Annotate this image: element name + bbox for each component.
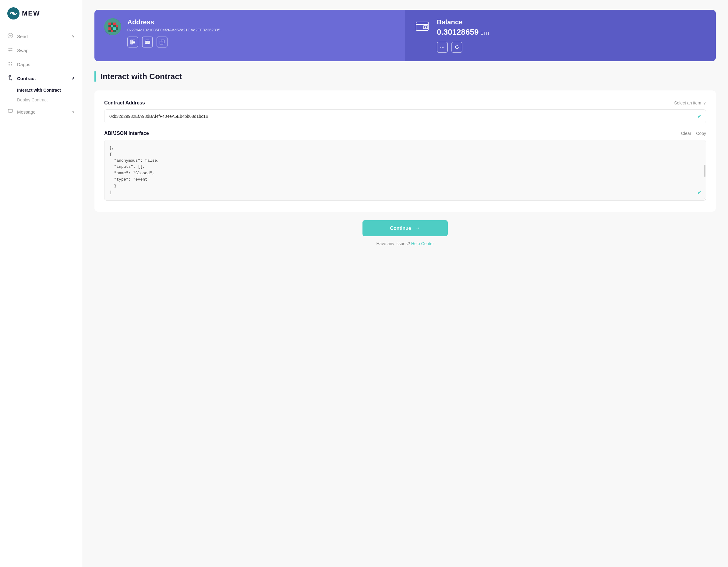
continue-section: Continue → Have any issues? Help Center	[94, 220, 716, 246]
contract-address-label: Contract Address	[104, 100, 145, 106]
continue-button-label: Continue	[390, 226, 411, 231]
svg-rect-40	[416, 24, 428, 25]
sidebar-subitem-deploy[interactable]: Deploy Contract	[0, 95, 82, 105]
svg-rect-26	[131, 41, 132, 41]
svg-rect-10	[111, 23, 113, 25]
svg-rect-17	[111, 27, 113, 30]
svg-rect-7	[8, 109, 12, 112]
abi-actions: Clear Copy	[681, 131, 706, 136]
balance-actions	[437, 42, 706, 53]
sidebar-item-swap-label: Swap	[17, 48, 29, 53]
send-icon	[7, 33, 13, 40]
svg-rect-16	[108, 27, 111, 30]
svg-rect-31	[133, 44, 134, 44]
svg-rect-29	[133, 42, 134, 43]
avatar	[104, 18, 121, 35]
help-center-link[interactable]: Help Center	[411, 241, 434, 246]
svg-point-42	[425, 27, 426, 28]
contract-icon	[7, 75, 13, 82]
qr-code-button[interactable]	[127, 37, 138, 48]
svg-rect-38	[160, 41, 163, 44]
copy-button[interactable]	[157, 37, 168, 48]
sidebar-item-message-label: Message	[17, 109, 36, 115]
svg-rect-22	[113, 30, 116, 32]
balance-value: 0.30128659	[437, 27, 479, 37]
page-title: Interact with Contract	[101, 72, 182, 81]
svg-point-1	[12, 12, 15, 15]
help-prefix: Have any issues?	[376, 241, 410, 246]
select-item-label: Select an item	[674, 101, 701, 105]
sidebar-item-dapps[interactable]: Dapps	[0, 57, 82, 71]
sidebar-item-dapps-label: Dapps	[17, 62, 30, 67]
contract-address-check-icon: ✔	[697, 113, 702, 120]
svg-rect-15	[116, 25, 118, 27]
address-card-content: Address 0x2794d1321035F0ef2fAAd52e21CAd2…	[127, 18, 395, 48]
sidebar: MEW Send ∨ Swap Dapps Contract ∧ Interac…	[0, 0, 82, 567]
contract-chevron: ∧	[72, 76, 75, 80]
scrollbar	[704, 165, 705, 177]
svg-rect-12	[108, 25, 111, 27]
message-icon	[7, 108, 13, 115]
abi-textarea-wrap: ✔	[104, 140, 706, 202]
chevron-down-icon: ∨	[703, 101, 706, 105]
avatar-wrap	[104, 18, 121, 35]
info-cards: Address 0x2794d1321035F0ef2fAAd52e21CAd2…	[94, 10, 716, 61]
dapps-icon	[7, 61, 13, 68]
address-value: 0x2794d1321035F0ef2fAAd52e21CAd2EF823628…	[127, 27, 395, 33]
print-button[interactable]	[142, 37, 153, 48]
svg-rect-28	[131, 43, 132, 44]
copy-abi-button[interactable]: Copy	[696, 131, 706, 136]
sidebar-item-message[interactable]: Message ∨	[0, 105, 82, 119]
svg-rect-9	[108, 23, 111, 25]
abi-textarea[interactable]	[104, 140, 706, 201]
contract-address-input[interactable]	[104, 109, 706, 123]
refresh-button[interactable]	[451, 42, 462, 53]
avatar-image	[104, 18, 121, 35]
svg-point-6	[11, 64, 12, 66]
svg-rect-32	[134, 44, 135, 44]
svg-rect-30	[134, 42, 135, 43]
sidebar-item-swap[interactable]: Swap	[0, 43, 82, 57]
sidebar-item-contract-label: Contract	[17, 76, 36, 81]
wallet-svg	[415, 18, 431, 34]
address-card-title: Address	[127, 18, 395, 26]
mew-logo-icon	[7, 7, 19, 20]
svg-point-3	[9, 62, 10, 63]
main-content: Address 0x2794d1321035F0ef2fAAd52e21CAd2…	[82, 0, 728, 567]
svg-point-43	[440, 47, 441, 48]
contract-form: Contract Address Select an item ∨ ✔ ABI/…	[94, 90, 716, 212]
balance-row: 0.30128659 ETH	[437, 27, 706, 37]
svg-rect-35	[146, 43, 149, 44]
svg-point-4	[11, 62, 12, 63]
sidebar-item-send-label: Send	[17, 34, 28, 39]
balance-card-content: Balance 0.30128659 ETH	[437, 18, 706, 53]
help-text: Have any issues? Help Center	[376, 241, 434, 246]
svg-rect-19	[116, 27, 118, 30]
logo-text: MEW	[22, 9, 40, 17]
clear-button[interactable]: Clear	[681, 131, 691, 136]
svg-point-44	[442, 47, 443, 48]
more-options-button[interactable]	[437, 42, 448, 53]
address-actions	[127, 37, 395, 48]
continue-button[interactable]: Continue →	[362, 220, 448, 236]
address-card: Address 0x2794d1321035F0ef2fAAd52e21CAd2…	[94, 10, 405, 61]
balance-card: Balance 0.30128659 ETH	[405, 10, 716, 61]
arrow-right-icon: →	[415, 225, 420, 232]
balance-unit: ETH	[480, 31, 489, 36]
svg-rect-11	[113, 23, 116, 25]
sidebar-item-contract[interactable]: Contract ∧	[0, 71, 82, 85]
page-header: Interact with Contract	[94, 71, 716, 82]
svg-rect-14	[113, 25, 116, 27]
sidebar-item-send[interactable]: Send ∨	[0, 29, 82, 43]
abi-check-icon: ✔	[697, 189, 702, 196]
contract-address-row: Contract Address Select an item ∨	[104, 100, 706, 106]
sidebar-subitem-interact[interactable]: Interact with Contract	[0, 85, 82, 95]
svg-point-5	[9, 64, 10, 66]
svg-rect-18	[113, 27, 116, 30]
swap-icon	[7, 47, 13, 54]
accent-bar	[94, 71, 96, 82]
svg-point-45	[444, 47, 444, 48]
logo: MEW	[0, 7, 82, 29]
svg-rect-13	[111, 25, 113, 27]
select-item-dropdown[interactable]: Select an item ∨	[674, 101, 706, 105]
